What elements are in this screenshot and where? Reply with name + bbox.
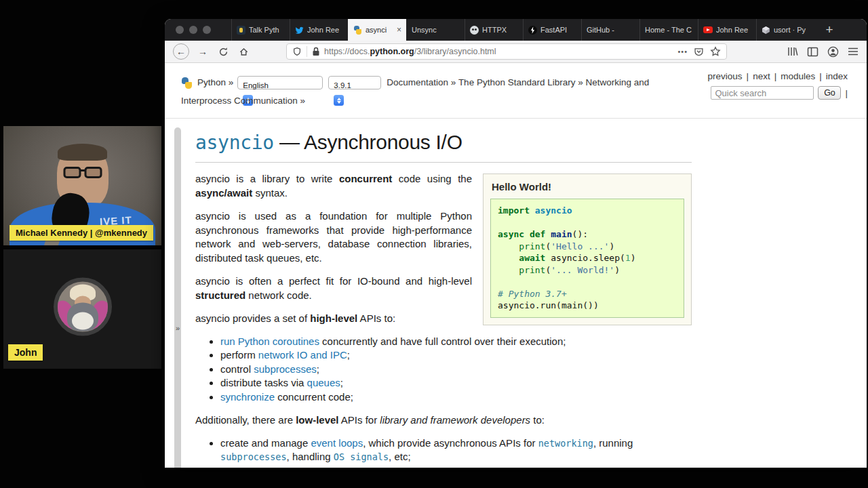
url-text: https://docs.python.org/3/library/asynci… (324, 47, 677, 56)
menu-hamburger-icon[interactable] (848, 47, 859, 56)
new-tab-button[interactable]: + (814, 19, 844, 41)
reload-button[interactable] (216, 43, 231, 60)
tab-github[interactable]: GitHub - (581, 19, 639, 41)
speaker-name-label: Michael Kennedy | @mkennedy (9, 225, 153, 241)
list-item[interactable]: run Python coroutines concurrently and h… (220, 335, 692, 349)
topic-title: Hello World! (492, 181, 683, 192)
list-item[interactable]: create and manage event loops, which pro… (220, 436, 692, 464)
version-select[interactable]: 3.9.1 (328, 76, 381, 89)
tab-asyncio-active[interactable]: asynci × (348, 19, 406, 41)
zoom-window-button[interactable] (203, 26, 211, 34)
sidebar-expand-toggle[interactable]: » (174, 324, 181, 332)
talk-python-icon (237, 26, 245, 35)
python-logo (181, 77, 193, 89)
list-item[interactable]: synchronize concurrent code; (220, 390, 692, 405)
library-icon[interactable] (787, 46, 798, 57)
high-level-api-list: run Python coroutines concurrently and h… (195, 335, 692, 405)
main-content: asyncio — Asynchronous I/O Hello World! … (195, 123, 692, 464)
tab-talk-python[interactable]: Talk Pyth (231, 19, 290, 41)
list-item[interactable]: perform network IO and IPC; (220, 348, 692, 363)
quick-search-input[interactable] (711, 86, 814, 100)
home-button[interactable] (236, 43, 251, 60)
brand-link[interactable]: Python » (197, 77, 233, 87)
tab-home[interactable]: Home - The C (639, 19, 698, 41)
lock-icon[interactable] (312, 47, 320, 56)
guest-name-label: John (8, 344, 43, 361)
navigation-toolbar: ← → https://docs.python.org/3/library/as… (165, 41, 867, 63)
paragraph: Additionally, there are low-level APIs f… (195, 413, 692, 428)
list-item[interactable]: distribute tasks via queues; (220, 376, 692, 390)
rel-nav: previous|next|modules|index (708, 71, 848, 81)
docs-header: Python »English3.9.1Documentation » The … (165, 63, 670, 110)
tab-usort[interactable]: usort · Py (756, 19, 814, 41)
browser-window: Talk Pyth John Ree asynci × Unsync HTTPX… (165, 19, 867, 468)
hello-world-topic-box: Hello World! import asyncio async def ma… (483, 174, 692, 325)
code-example: import asyncio async def main(): print('… (490, 199, 684, 318)
collapsed-sidebar: » (174, 127, 181, 468)
nav-previous[interactable]: previous (708, 71, 743, 81)
tab-fastapi[interactable]: FastAPI (523, 19, 581, 41)
cube-icon (762, 26, 770, 35)
search-go-button[interactable]: Go (818, 86, 841, 100)
webcam-john: John (3, 249, 161, 369)
pocket-icon[interactable] (694, 47, 704, 57)
nav-index[interactable]: index (826, 71, 848, 81)
account-icon[interactable] (827, 46, 839, 58)
url-bar[interactable]: https://docs.python.org/3/library/asynci… (286, 43, 727, 60)
sidebars-icon[interactable] (807, 47, 818, 57)
python-favicon (353, 26, 362, 35)
tab-unsync[interactable]: Unsync (406, 19, 465, 41)
tab-bar: Talk Pyth John Ree asynci × Unsync HTTPX… (165, 19, 867, 41)
low-level-api-list: create and manage event loops, which pro… (195, 436, 692, 464)
fastapi-icon (528, 26, 537, 35)
bookmark-star-icon[interactable] (710, 46, 721, 57)
list-item[interactable]: control subprocesses; (220, 363, 692, 377)
youtube-icon (703, 26, 713, 33)
forward-button[interactable]: → (195, 43, 210, 60)
totoro-plush (67, 303, 98, 331)
page-title: asyncio — Asynchronous I/O (195, 131, 692, 154)
select-stepper-icon (334, 95, 344, 106)
httpx-icon (470, 26, 479, 35)
minimize-window-button[interactable] (189, 26, 197, 34)
avatar (54, 278, 112, 336)
page-actions-icon[interactable]: ••• (677, 47, 688, 56)
nav-modules[interactable]: modules (781, 71, 815, 81)
nav-next[interactable]: next (753, 71, 770, 81)
tab-httpx[interactable]: HTTPX (465, 19, 523, 41)
shield-icon[interactable] (292, 47, 302, 57)
back-button[interactable]: ← (173, 43, 189, 60)
language-select[interactable]: English (237, 76, 323, 89)
glasses (63, 167, 102, 178)
webcam-michael: IVE IT Michael Kennedy | @mkennedy (3, 126, 161, 245)
twitter-icon (295, 26, 304, 34)
tab-twitter-john[interactable]: John Ree (290, 19, 348, 41)
tab-youtube-john[interactable]: John Ree (698, 19, 756, 41)
person-hair (58, 144, 107, 160)
docs-page: Python »English3.9.1Documentation » The … (165, 63, 867, 468)
close-window-button[interactable] (176, 26, 184, 34)
tab-close-icon[interactable]: × (395, 25, 401, 35)
traffic-lights (165, 19, 231, 41)
